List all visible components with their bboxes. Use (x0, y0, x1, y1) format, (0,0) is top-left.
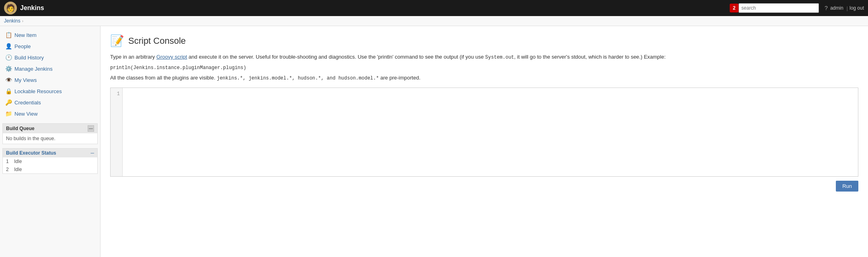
classes-text-post: are pre-imported. (379, 75, 420, 81)
build-history-icon: 🕐 (5, 54, 12, 61)
sidebar: 📋 New Item 👤 People 🕐 Build History ⚙️ M… (0, 26, 101, 257)
main-content: 📝 Script Console Type in an arbitrary Gr… (101, 26, 868, 257)
build-executor-header: Build Executor Status ─ (3, 149, 97, 157)
executor-1-num: 1 (6, 159, 12, 164)
notification-badge[interactable]: 2 (730, 4, 739, 12)
search-input[interactable] (739, 3, 819, 13)
help-icon[interactable]: ? (825, 5, 828, 11)
description-text: Type in an arbitrary Groovy script and e… (110, 53, 858, 61)
build-queue-title: Build Queue (6, 126, 35, 131)
header: 🧑 Jenkins 2 ? admin | log out (0, 0, 868, 16)
executor-row-1: 1 Idle (3, 157, 97, 165)
build-queue-minimize-button[interactable]: ─ (88, 125, 94, 132)
sidebar-item-build-history-label: Build History (14, 55, 44, 61)
breadcrumb-separator: › (22, 19, 23, 23)
breadcrumb-root[interactable]: Jenkins (4, 18, 21, 24)
run-button[interactable]: Run (836, 181, 858, 192)
header-separator: | (847, 5, 848, 11)
code-example-text: println(Jenkins.instance.pluginManager.p… (110, 65, 246, 71)
app-name: Jenkins (20, 4, 44, 12)
sidebar-item-manage-jenkins-label: Manage Jenkins (14, 66, 53, 72)
sidebar-item-lockable-resources-label: Lockable Resources (14, 88, 62, 94)
sidebar-item-people-label: People (14, 43, 31, 49)
sidebar-item-build-history[interactable]: 🕐 Build History (0, 52, 100, 63)
new-view-icon: 📁 (5, 110, 12, 117)
script-textarea[interactable] (123, 88, 858, 176)
build-queue-content: No builds in the queue. (3, 133, 97, 144)
build-queue-empty-message: No builds in the queue. (6, 136, 55, 141)
code-example: println(Jenkins.instance.pluginManager.p… (110, 65, 858, 71)
page-title-area: 📝 Script Console (110, 34, 858, 47)
lockable-resources-icon: 🔒 (5, 88, 12, 95)
executor-1-status: Idle (14, 159, 22, 164)
build-queue-section: Build Queue ─ No builds in the queue. (2, 123, 98, 144)
groovy-script-link[interactable]: Groovy script (156, 54, 187, 60)
classes-code: jenkins.*, jenkins.model.*, hudson.*, an… (217, 75, 379, 81)
run-button-area: Run (110, 181, 858, 192)
build-executor-title: Build Executor Status (6, 150, 56, 156)
classes-text: All the classes from all the plugins are… (110, 74, 858, 82)
sidebar-item-people[interactable]: 👤 People (0, 41, 100, 52)
credentials-icon: 🔑 (5, 99, 12, 106)
page-title: Script Console (128, 36, 186, 46)
build-queue-header: Build Queue ─ (3, 124, 97, 133)
jenkins-avatar-icon: 🧑 (4, 2, 17, 14)
sidebar-item-lockable-resources[interactable]: 🔒 Lockable Resources (0, 86, 100, 97)
sidebar-item-manage-jenkins[interactable]: ⚙️ Manage Jenkins (0, 63, 100, 74)
manage-jenkins-icon: ⚙️ (5, 65, 12, 72)
description-end: , it will go to the server's stdout, whi… (514, 54, 666, 60)
description-prefix: Type in an arbitrary (110, 54, 156, 60)
sidebar-item-credentials[interactable]: 🔑 Credentials (0, 97, 100, 108)
script-container: 1 (110, 88, 858, 177)
layout: 📋 New Item 👤 People 🕐 Build History ⚙️ M… (0, 26, 868, 257)
breadcrumb: Jenkins › (0, 16, 868, 26)
sidebar-item-new-view-label: New View (14, 111, 38, 117)
page-title-icon: 📝 (110, 34, 124, 47)
sidebar-item-new-view[interactable]: 📁 New View (0, 108, 100, 119)
executor-row-2: 2 Idle (3, 165, 97, 173)
people-icon: 👤 (5, 43, 12, 50)
executor-2-num: 2 (6, 167, 12, 172)
search-container (739, 3, 819, 13)
classes-text-pre: All the classes from all the plugins are… (110, 75, 217, 81)
sidebar-item-my-views-label: My Views (14, 77, 37, 83)
sidebar-item-new-item[interactable]: 📋 New Item (0, 29, 100, 41)
app-logo: 🧑 Jenkins (4, 2, 44, 14)
line-numbers: 1 (111, 88, 123, 176)
sidebar-item-new-item-label: New Item (14, 32, 37, 38)
sidebar-item-my-views[interactable]: 👁️ My Views (0, 74, 100, 86)
user-link[interactable]: admin (830, 5, 843, 11)
system-out-code: System.out (485, 55, 514, 60)
my-views-icon: 👁️ (5, 76, 12, 84)
description-middle: and execute it on the server. Useful for… (187, 54, 485, 60)
logout-link[interactable]: log out (850, 5, 864, 11)
build-executor-minimize-button[interactable]: ─ (90, 150, 94, 156)
sidebar-item-credentials-label: Credentials (14, 100, 41, 106)
build-executor-section: Build Executor Status ─ 1 Idle 2 Idle (2, 148, 98, 174)
line-number-1: 1 (117, 91, 120, 97)
new-item-icon: 📋 (5, 31, 12, 39)
executor-2-status: Idle (14, 167, 22, 172)
